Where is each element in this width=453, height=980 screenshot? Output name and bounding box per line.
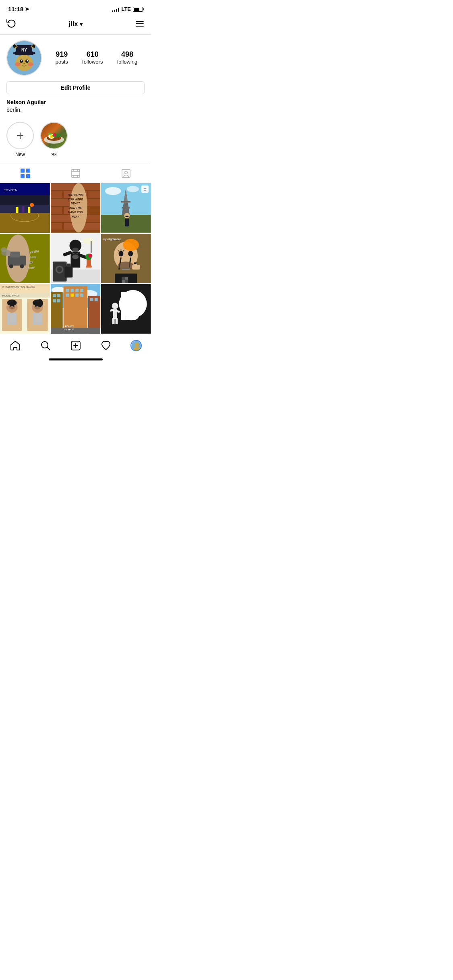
profile-nav-item[interactable] (129, 338, 143, 353)
svg-rect-189 (112, 318, 115, 324)
avatar[interactable]: NY (6, 40, 42, 76)
svg-point-185 (112, 303, 118, 309)
svg-rect-44 (22, 206, 24, 213)
svg-rect-144 (7, 313, 17, 325)
svg-rect-176 (80, 294, 83, 297)
signal-icon (112, 7, 119, 12)
svg-point-197 (135, 343, 139, 347)
svg-line-192 (47, 348, 50, 350)
svg-rect-76 (122, 207, 130, 208)
grid-item-face[interactable]: my nightmare (101, 234, 151, 284)
svg-text:BOOKING IMAGES: BOOKING IMAGES (2, 295, 20, 297)
status-right: LTE (112, 6, 143, 12)
svg-point-126 (123, 239, 139, 251)
grid-item-paris[interactable]: □ (101, 183, 151, 233)
followers-label: followers (82, 59, 103, 66)
svg-rect-190 (116, 318, 118, 324)
svg-point-8 (15, 62, 21, 66)
username-dropdown[interactable]: jllx ▾ (68, 20, 83, 28)
svg-rect-130 (134, 262, 137, 264)
svg-rect-57 (51, 207, 63, 214)
bookmark-badge: □ (141, 185, 149, 193)
posts-count: 919 (56, 50, 68, 59)
followers-count: 610 (87, 50, 99, 59)
edit-profile-button[interactable]: Edit Profile (6, 81, 145, 94)
svg-rect-136 (125, 280, 128, 283)
svg-text:THE CARDS: THE CARDS (67, 194, 84, 196)
svg-point-72 (127, 186, 139, 192)
svg-rect-172 (80, 289, 83, 292)
svg-point-86 (9, 264, 13, 268)
tab-reels[interactable] (70, 168, 81, 179)
food-story-label: 🍽 (52, 152, 56, 157)
tab-grid[interactable] (20, 168, 31, 179)
svg-point-148 (11, 307, 12, 308)
svg-rect-106 (64, 266, 72, 278)
svg-rect-168 (57, 299, 60, 303)
svg-rect-27 (26, 169, 30, 173)
svg-rect-29 (26, 174, 30, 178)
food-story-circle (40, 122, 68, 149)
svg-rect-167 (53, 299, 56, 303)
svg-point-71 (105, 187, 121, 195)
svg-rect-28 (21, 174, 25, 178)
photo-grid: TOYOTA THE CARDS YOU WERE DEALT (0, 183, 151, 334)
add-post-nav-item[interactable] (68, 338, 83, 353)
svg-rect-30 (72, 169, 80, 177)
following-stat[interactable]: 498 following (117, 50, 138, 66)
svg-point-100 (57, 267, 62, 272)
svg-rect-45 (28, 207, 30, 213)
grid-item-masked[interactable] (51, 234, 101, 284)
svg-point-191 (41, 342, 48, 348)
svg-point-46 (30, 203, 34, 207)
home-nav-item[interactable] (8, 338, 23, 353)
svg-point-157 (37, 299, 43, 307)
svg-text:DEALT: DEALT (71, 202, 80, 205)
grid-item-basketball[interactable]: TOYOTA (0, 183, 50, 233)
grid-item-art[interactable] (101, 284, 151, 334)
svg-point-96 (83, 238, 95, 244)
svg-rect-173 (66, 294, 69, 297)
tab-tagged[interactable] (121, 168, 131, 179)
svg-rect-165 (53, 294, 56, 297)
history-icon[interactable] (6, 18, 16, 30)
svg-rect-162 (51, 292, 63, 334)
profile-top: NY (6, 40, 145, 76)
svg-rect-135 (122, 280, 125, 283)
search-nav-item[interactable] (38, 338, 53, 353)
status-bar: 11:18 ➤ LTE (0, 0, 151, 15)
new-story-label: New (15, 152, 25, 157)
grid-item-mugshot[interactable]: OFFICER MAKING FINAL RELEASE BOOKING IMA… (0, 284, 50, 334)
svg-rect-166 (57, 294, 60, 297)
svg-text:CHANGE: CHANGE (64, 328, 74, 331)
grid-item-tattoo-text[interactable]: THE CARDS YOU WERE DEALT AND THE HAND YO… (51, 183, 101, 233)
new-story-item[interactable]: + New (6, 122, 34, 157)
activity-nav-item[interactable] (99, 338, 113, 353)
grid-item-building[interactable]: POLICY CHANGE (51, 284, 101, 334)
svg-rect-127 (122, 269, 130, 270)
food-story-item[interactable]: 🍽 (40, 122, 68, 157)
svg-point-13 (27, 60, 28, 62)
posts-stat[interactable]: 919 posts (56, 50, 68, 66)
bottom-nav (0, 334, 151, 355)
svg-rect-43 (16, 207, 19, 213)
svg-text:307: 307 (27, 260, 33, 265)
grid-item-arm-tattoo[interactable]: KFUM HAW 307 NOW (0, 234, 50, 284)
followers-stat[interactable]: 610 followers (82, 50, 103, 66)
svg-text:YOU WERE: YOU WERE (68, 198, 83, 201)
svg-rect-171 (75, 289, 79, 292)
svg-point-108 (72, 254, 79, 259)
profile-section: NY (0, 35, 151, 113)
carrier-label: LTE (121, 6, 131, 12)
svg-rect-179 (51, 328, 101, 334)
svg-point-9 (28, 62, 33, 66)
svg-rect-133 (122, 277, 125, 280)
svg-text:OFFICER MAKING FINAL RELEASE: OFFICER MAKING FINAL RELEASE (2, 286, 35, 288)
svg-rect-85 (10, 251, 20, 257)
svg-text:HAND YOU: HAND YOU (68, 211, 83, 214)
svg-point-14 (23, 63, 25, 64)
svg-text:AND THE: AND THE (69, 206, 82, 209)
svg-point-121 (128, 251, 133, 256)
svg-point-150 (7, 300, 17, 306)
hamburger-menu-icon[interactable] (135, 19, 145, 30)
